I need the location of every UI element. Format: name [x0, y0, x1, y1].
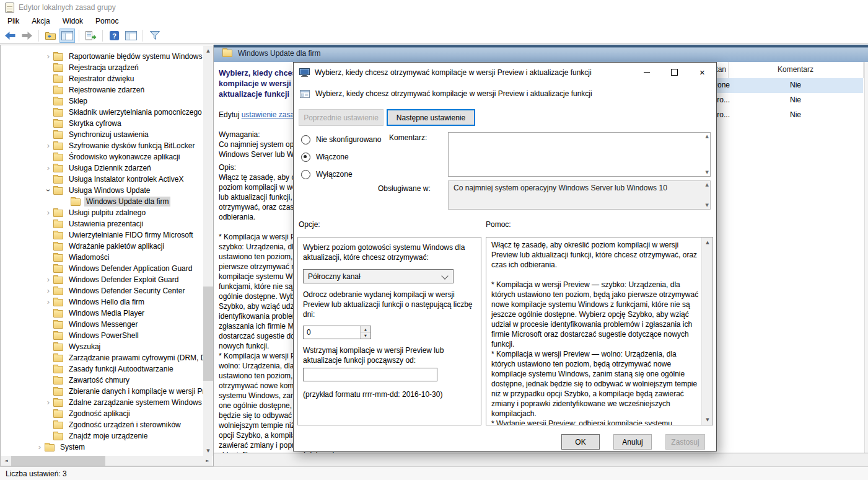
- chevron-collapsed-icon[interactable]: ›: [43, 399, 53, 406]
- next-setting-button[interactable]: Następne ustawienie: [387, 109, 475, 126]
- chevron-collapsed-icon[interactable]: ›: [35, 444, 45, 450]
- pause-date-input[interactable]: [303, 368, 437, 381]
- help-text[interactable]: Włącz tę zasadę, aby określić poziom kom…: [486, 238, 702, 425]
- column-header-komentarz[interactable]: Komentarz: [728, 65, 863, 74]
- radio-włączone[interactable]: Włączone: [301, 148, 381, 166]
- help-icon[interactable]: ?: [107, 29, 122, 43]
- tree-item[interactable]: Składnik uwierzytelniania pomocniczego: [1, 107, 203, 118]
- chevron-collapsed-icon[interactable]: ›: [43, 165, 53, 171]
- scroll-up-icon[interactable]: ▲: [703, 238, 712, 247]
- scroll-left-icon[interactable]: ◄: [1, 456, 11, 466]
- tree-item[interactable]: Windows Messenger: [1, 319, 203, 330]
- previous-setting-button[interactable]: Poprzednie ustawienie: [299, 109, 384, 126]
- scroll-up-icon[interactable]: ▲: [203, 46, 213, 56]
- tree-item[interactable]: Środowisko wykonawcze aplikacji: [1, 151, 203, 162]
- forward-icon[interactable]: [19, 29, 35, 43]
- defer-days-spinner[interactable]: 0 ▲▼: [303, 326, 371, 339]
- chevron-collapsed-icon[interactable]: ›: [43, 53, 53, 60]
- tree-item[interactable]: Zawartość chmury: [1, 375, 203, 386]
- scroll-down-icon[interactable]: ▼: [203, 446, 213, 456]
- tree-item[interactable]: ›Windows Defender Exploit Guard: [1, 274, 203, 285]
- tree-item[interactable]: Wdrażanie pakietów aplikacji: [1, 241, 203, 252]
- cancel-button[interactable]: Anuluj: [613, 434, 652, 450]
- close-button[interactable]: ×: [688, 63, 716, 81]
- menu-akcja[interactable]: Akcja: [25, 16, 56, 27]
- tree-item[interactable]: Synchronizuj ustawienia: [1, 129, 203, 140]
- tree-item[interactable]: Rejestrowanie zdarzeń: [1, 84, 203, 96]
- tree-item[interactable]: ›Usługa Dziennik zdarzeń: [1, 162, 203, 174]
- tree-item[interactable]: ›System: [1, 442, 203, 453]
- policy-icon: [300, 90, 310, 98]
- chevron-collapsed-icon[interactable]: ›: [43, 143, 53, 149]
- tree-item[interactable]: Wiadomości: [1, 252, 203, 263]
- back-icon[interactable]: [2, 29, 18, 43]
- tree-item[interactable]: Windows PowerShell: [1, 330, 203, 341]
- scroll-up-icon[interactable]: ▲: [706, 134, 709, 139]
- show-in-folder-icon[interactable]: [43, 29, 58, 43]
- maximize-button[interactable]: [660, 63, 688, 81]
- column-divider[interactable]: [863, 62, 864, 78]
- filter-icon[interactable]: [147, 29, 162, 43]
- tree-item[interactable]: Zasady funkcji Autoodtwarzanie: [1, 363, 203, 375]
- tree-item[interactable]: Skrytka cyfrowa: [1, 118, 203, 129]
- menu-pomoc[interactable]: Pomoc: [89, 16, 125, 27]
- tree-item[interactable]: ›Windows Hello dla firm: [1, 296, 203, 308]
- scrollbar-thumb[interactable]: [11, 456, 105, 466]
- apply-button[interactable]: Zastosuj: [665, 434, 705, 450]
- tree-item-label: Znajdź moje urządzenie: [67, 431, 149, 441]
- menu-widok[interactable]: Widok: [56, 16, 89, 27]
- chevron-collapsed-icon[interactable]: ›: [43, 277, 53, 283]
- tree-item[interactable]: ›Usługi pulpitu zdalnego: [1, 207, 203, 218]
- state-radio-group: Nie skonfigurowanoWłączoneWyłączone: [301, 131, 381, 183]
- tree-item[interactable]: Uwierzytelnianie FIDO firmy Microsoft: [1, 229, 203, 241]
- tree-item[interactable]: Windows Defender Application Guard: [1, 263, 203, 274]
- chevron-collapsed-icon[interactable]: ›: [43, 299, 53, 305]
- tree-item[interactable]: Zbieranie danych i kompilacje w wersji P…: [1, 386, 203, 397]
- chevron-collapsed-icon[interactable]: ›: [43, 288, 53, 294]
- scrollbar-thumb[interactable]: [203, 287, 213, 381]
- radio-wyłączone[interactable]: Wyłączone: [301, 166, 381, 183]
- scroll-down-icon[interactable]: ▼: [703, 415, 712, 425]
- tree-item[interactable]: ›Windows Defender Security Center: [1, 285, 203, 296]
- menu-plik[interactable]: Plik: [1, 16, 25, 27]
- comment-textarea[interactable]: ▲ ▼: [448, 132, 711, 177]
- tree-item[interactable]: Usługa Instalator kontrolek ActiveX: [1, 174, 203, 185]
- tree-vertical-scrollbar[interactable]: ▲ ▼: [203, 46, 213, 456]
- tree-item[interactable]: ›Raportowanie błędów systemu Windows: [1, 51, 203, 62]
- tree-item[interactable]: Zgodność aplikacji: [1, 408, 203, 419]
- export-list-icon[interactable]: [83, 29, 99, 43]
- chevron-expanded-icon[interactable]: ›: [43, 187, 53, 193]
- scroll-down-icon[interactable]: ▼: [706, 203, 709, 208]
- scroll-up-icon[interactable]: ▲: [706, 182, 709, 187]
- tree-item[interactable]: ›Szyfrowanie dysków funkcją BitLocker: [1, 140, 203, 151]
- minimize-button[interactable]: [633, 63, 660, 81]
- ok-button[interactable]: OK: [561, 434, 600, 450]
- tree-item-label: Zarządzanie prawami cyfrowymi (DRM, D: [67, 353, 203, 363]
- supported-on-label: Obsługiwane w:: [378, 184, 431, 193]
- tree-item[interactable]: ›Zdalne zarządzanie systemem Windows (W: [1, 397, 203, 408]
- tree-horizontal-scrollbar[interactable]: ◄ ►: [1, 456, 213, 466]
- show-window-icon[interactable]: [123, 29, 139, 43]
- readiness-level-select[interactable]: Półroczny kanał: [303, 269, 454, 283]
- tree-item[interactable]: Zarządzanie prawami cyfrowymi (DRM, D: [1, 352, 203, 363]
- console-tree-toggle-icon[interactable]: [59, 29, 75, 43]
- tree-item[interactable]: Wyszukaj: [1, 341, 203, 352]
- tree-item[interactable]: Windows Media Player: [1, 308, 203, 319]
- tree-item-label: Windows Defender Exploit Guard: [67, 275, 180, 285]
- tree-item-label: Składnik uwierzytelniania pomocniczego: [67, 107, 203, 117]
- scroll-down-icon[interactable]: ▼: [706, 170, 709, 175]
- tree-item[interactable]: Windows Update dla firm: [1, 196, 203, 207]
- tree-item[interactable]: Znajdź moje urządzenie: [1, 430, 203, 442]
- spin-up-icon[interactable]: ▲: [361, 326, 370, 333]
- help-scrollbar[interactable]: ▲ ▼: [701, 238, 712, 425]
- tree-item[interactable]: Rejestracja urządzeń: [1, 62, 203, 73]
- scroll-right-icon[interactable]: ►: [203, 456, 213, 466]
- tree-item[interactable]: Ustawienia prezentacji: [1, 218, 203, 229]
- radio-nie-skonfigurowano[interactable]: Nie skonfigurowano: [301, 131, 381, 148]
- chevron-collapsed-icon[interactable]: ›: [43, 210, 53, 216]
- tree-item[interactable]: ›Usługa Windows Update: [1, 185, 203, 196]
- tree-item[interactable]: Rejestrator dźwięku: [1, 73, 203, 84]
- tree-item[interactable]: Zgodność urządzeń i sterowników: [1, 419, 203, 430]
- tree-item[interactable]: Sklep: [1, 96, 203, 107]
- spin-down-icon[interactable]: ▼: [361, 333, 370, 339]
